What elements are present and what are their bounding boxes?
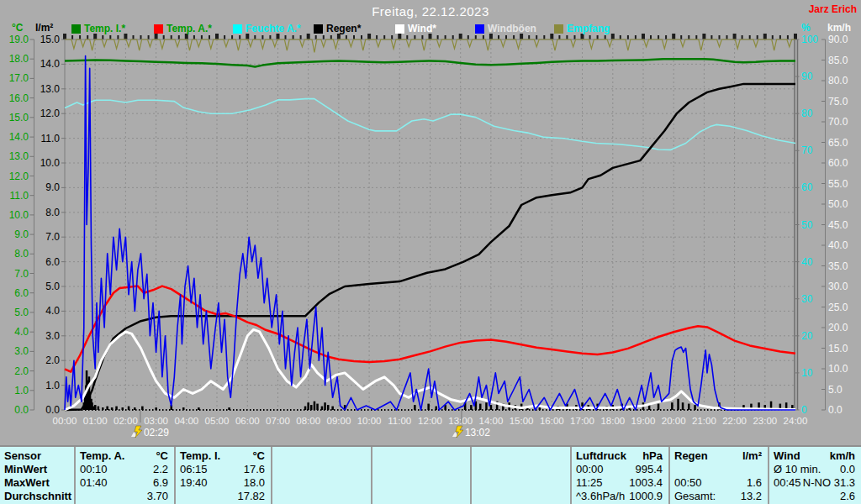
axis-rain_lm2-tick-label: 5.0 (45, 281, 60, 292)
axis-humidity_pct-tick-label: 70 (801, 144, 813, 156)
summary-value-row: 2.6 (769, 490, 861, 503)
summary-value-row: 3.70 (76, 490, 174, 503)
event-marker-time: 13:02 (465, 427, 490, 438)
axis-temp_c-tick-label: 0.0 (14, 404, 29, 416)
summary-col-empty-3 (470, 447, 570, 504)
summary-col-empty-1 (271, 447, 371, 504)
axis-x-tick-label: 19:00 (631, 416, 656, 426)
axis-temp_c-tick-label: 17.0 (9, 72, 29, 84)
axis-x-tick-label: 01:00 (83, 416, 108, 426)
axis-humidity_pct-tick-label: 0 (801, 404, 807, 416)
series-empfang (65, 39, 795, 52)
axis-rain_lm2-tick-label: 3.0 (45, 330, 60, 342)
axis-wind_kmh-tick-label: 50.0 (828, 198, 848, 210)
summary-row-label: Sensor (0, 449, 74, 463)
axis-temp_c-tick-label: 11.0 (10, 190, 29, 202)
axis-x-tick-label: 03:00 (144, 416, 168, 426)
axis-x-tick-label: 12:00 (418, 416, 442, 426)
axis-wind_kmh-tick-label: 30.0 (828, 281, 848, 292)
summary-value-row: 17.82 (176, 490, 271, 503)
axis-x-tick-label: 22:00 (722, 416, 747, 426)
unit-label-kmh: km/h (827, 22, 851, 34)
axis-wind_kmh-tick-label: 45.0 (828, 219, 848, 231)
legend-swatch-feuchte-a (233, 24, 242, 34)
legend-item-temp-i: Temp. I.* (71, 23, 125, 34)
summary-value-row: 11:251003.4 (572, 476, 668, 490)
summary-value-row (272, 490, 371, 503)
summary-value-row (272, 463, 371, 476)
axis-humidity_pct-tick-label: 40 (801, 256, 813, 268)
legend-swatch-wind (395, 24, 404, 34)
axis-wind_kmh-tick-label: 20.0 (828, 322, 848, 333)
axis-x-tick-label: 24:00 (784, 416, 808, 426)
axis-temp_c-tick-label: 18.0 (9, 53, 29, 65)
axis-x-tick-label: 07:00 (266, 416, 290, 426)
axis-temp_c-tick-label: 8.0 (14, 248, 29, 260)
summary-header-wind: Windkm/h (769, 449, 861, 463)
axis-x-tick-label: 14:00 (479, 416, 504, 426)
axis-humidity_pct-tick-label: 100 (801, 34, 818, 45)
axis-x-tick-label: 21:00 (692, 416, 716, 426)
axis-x-tick-label: 11:00 (388, 416, 411, 426)
axis-wind_kmh-tick-label: 65.0 (828, 137, 848, 149)
axis-temp_c-tick-label: 1.0 (14, 385, 29, 396)
axis-x-tick-label: 00:00 (53, 416, 77, 426)
author-label: Jarz Erich (809, 3, 857, 15)
axis-rain_lm2-tick-label: 13.0 (40, 83, 61, 95)
weather-chart-svg: 0.01.02.03.04.05.06.07.08.09.010.011.012… (0, 0, 861, 445)
weather-station-dashboard: 0.01.02.03.04.05.06.07.08.09.010.011.012… (0, 0, 861, 504)
axis-rain_lm2-tick-label: 0.0 (45, 404, 60, 416)
summary-value-row: 00:501.6 (670, 476, 768, 490)
summary-row-label: Durchschnitt (0, 490, 74, 503)
axis-rain_lm2-tick-label: 14.0 (40, 58, 61, 70)
axis-humidity_pct-tick-label: 10 (801, 367, 813, 379)
axis-temp_c-tick-label: 3.0 (14, 345, 29, 357)
summary-value-row: 00:45N-NO 31.3 (769, 476, 861, 490)
axis-x-tick-label: 10:00 (357, 416, 382, 426)
axis-rain_lm2-tick-label: 6.0 (45, 256, 60, 268)
legend-label-feuchte-a: Feuchte A.* (246, 23, 301, 34)
summary-value-row: 00:00995.4 (572, 463, 668, 476)
legend-swatch-empfang (554, 24, 563, 34)
summary-value-row: Gesamt:13.2 (670, 490, 768, 503)
summary-value-row (272, 476, 371, 490)
axis-x-tick-label: 09:00 (327, 416, 351, 426)
legend-item-wind: Wind* (395, 23, 436, 34)
axis-temp_c-tick-label: 12.0 (9, 171, 29, 182)
unit-label-percent: % (801, 22, 811, 34)
axis-wind_kmh-tick-label: 25.0 (828, 302, 848, 313)
axis-x-tick-label: 20:00 (662, 416, 686, 426)
axis-temp_c-tick-label: 10.0 (9, 209, 29, 221)
axis-wind_kmh-tick-label: 55.0 (828, 178, 848, 190)
axis-temp_c-tick-label: 13.0 (9, 150, 29, 162)
axis-temp_c: 0.01.02.03.04.05.06.07.08.09.010.011.012… (9, 34, 34, 416)
summary-header-empty-1 (272, 449, 371, 463)
legend-swatch-windboeen (475, 24, 484, 34)
summary-value-row: Ø 10 min.0.0 (769, 463, 861, 476)
axis-wind_kmh-tick-label: 70.0 (828, 116, 848, 128)
axis-wind_kmh-tick-label: 85.0 (828, 55, 848, 66)
event-marker-time: 02:29 (144, 427, 169, 438)
axis-wind_kmh-tick-label: 80.0 (828, 75, 848, 87)
summary-value-row (372, 490, 470, 503)
summary-header-luftdruck: LuftdruckhPa (572, 449, 668, 463)
legend-label-windboeen: Windböen (488, 23, 536, 34)
summary-value-row (670, 463, 768, 476)
axis-temp_c-tick-label: 6.0 (14, 287, 29, 299)
summary-value-row (472, 463, 570, 476)
axis-temp_c-tick-label: 15.0 (9, 112, 29, 123)
legend-item-regen: Regen* (314, 23, 361, 34)
axis-temp_c-tick-label: 19.0 (9, 34, 29, 45)
summary-value-row: 06:1517.6 (176, 463, 271, 476)
axis-temp_c-tick-label: 4.0 (14, 326, 29, 338)
legend-label-wind: Wind* (408, 23, 436, 34)
axis-rain_lm2-tick-label: 7.0 (45, 231, 60, 243)
axis-rain_lm2-tick-label: 8.0 (45, 207, 60, 218)
axis-humidity_pct-tick-label: 50 (801, 219, 813, 231)
axis-rain_lm2-tick-label: 2.0 (45, 354, 60, 366)
axis-x-tick-label: 04:00 (174, 416, 198, 426)
axis-x-tick-label: 06:00 (235, 416, 260, 426)
summary-value-row (372, 463, 470, 476)
legend-item-temp-a: Temp. A.* (154, 23, 212, 34)
axis-wind_kmh-tick-label: 35.0 (828, 260, 848, 272)
